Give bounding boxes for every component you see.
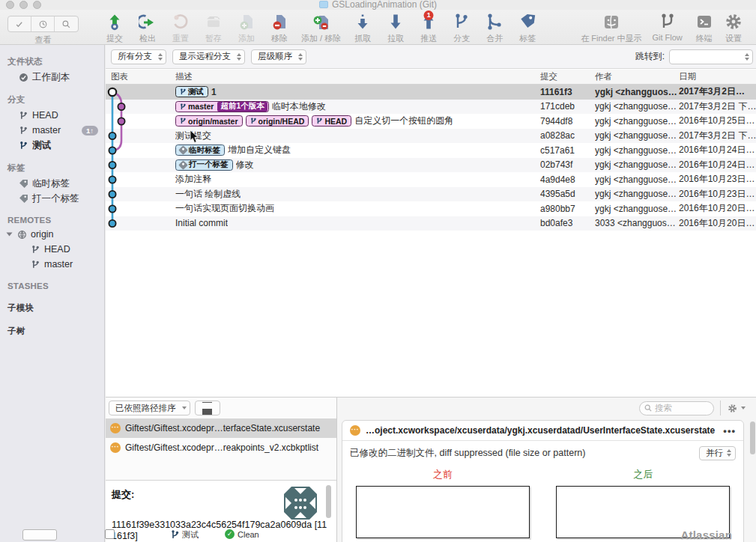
section-tags: 标签 [0,160,104,176]
section-remotes: REMOTES [0,213,104,227]
hamburger-icon [202,402,212,409]
sidebar-item-tag-make[interactable]: 打一个标签 [0,191,104,206]
add-remove-button[interactable]: 添加 / 移除 [301,12,341,44]
show-in-finder-button[interactable]: 在 Finder 中显示 [581,12,641,44]
file-sort-select[interactable]: 已依照路径排序 [109,401,190,415]
scrollbar-thumb[interactable] [750,421,755,454]
sidebar-item-origin-master[interactable]: master [0,257,104,272]
view-segmented-control: 查看 [7,16,79,46]
branch-icon [180,103,186,111]
check-icon: ✓ [225,529,235,539]
branch-label-pill[interactable]: 测试 [175,86,208,97]
remove-button[interactable]: 移除 [268,12,291,44]
stash-icon [205,13,223,31]
tag-button[interactable]: 标签 [516,12,539,44]
commit-row[interactable]: master超前1个版本 临时本地修改 171cdeb ygkj <zhangg… [106,100,756,115]
column-author[interactable]: 作者 [595,71,679,82]
commit-row[interactable]: 临时标签 增加自定义键盘 c517a61 ygkj <zhangguose… 2… [106,143,756,158]
branch-label-pill[interactable]: origin/master [175,115,243,127]
view-commit-toggle[interactable] [8,16,31,31]
jump-to-label: 跳转到: [635,50,665,63]
column-description[interactable]: 描述 [175,71,533,82]
sidebar-item-origin-head[interactable]: HEAD [0,242,104,257]
git-flow-button[interactable]: Git Flow [652,12,682,42]
section-submodules[interactable]: 子模块 [0,300,104,316]
sidebar-item-working-copy[interactable]: 工作副本 [0,70,104,85]
sidebar: 文件状态 工作副本 分支 HEAD master 1↑ 测试 标签 [0,45,105,542]
file-row[interactable]: ··· Giftest/Giftest.xcodepr…terfaceState… [106,418,336,438]
diff-pane: ··· …oject.xcworkspace/xcuserdata/ygkj.x… [338,398,756,542]
check-icon [15,19,25,29]
sidebar-item-head[interactable]: HEAD [0,108,104,123]
branch-icon [30,259,40,270]
commit-row[interactable]: 一句话实现页面切换动画 a980bb7 ygkj <zhangguose… 20… [106,201,756,216]
view-search-toggle[interactable] [55,16,78,31]
file-row[interactable]: ··· Giftest/Giftest.xcodepr…reakpoints_v… [106,438,336,457]
branch-label-pill[interactable]: master超前1个版本 [175,101,269,112]
pull-button[interactable]: 拉取 [384,12,407,44]
document-icon [319,1,328,8]
sidebar-item-tag-temp[interactable]: 临时标签 [0,176,104,191]
sidebar-item-origin[interactable]: origin [0,227,104,242]
commit-row[interactable]: Initial commit bd0afe3 3033 <zhangguos… … [106,216,756,231]
commit-row[interactable]: 测试 1 11161f3 ygkj <zhangguos… 2017年3月2日… [106,85,756,100]
branch-button[interactable]: 分支 [450,12,473,44]
commit-row[interactable]: origin/master origin/HEAD HEAD 自定义切一个按钮的… [106,114,756,129]
branch-label-pill[interactable]: origin/HEAD [246,115,309,127]
fetch-button[interactable]: 抓取 [351,12,374,44]
column-date[interactable]: 日期 [679,71,756,82]
sidebar-item-current-branch[interactable]: 测试 [0,138,104,153]
status-bar: 测试 ✓ Clean [0,527,756,542]
jump-to-combo[interactable] [669,49,753,64]
tag-icon [178,160,188,170]
diff-search-field[interactable] [639,401,714,415]
branch-icon [171,530,179,540]
diff-layout-select[interactable]: 并行 [699,446,736,460]
merge-button[interactable]: 合并 [483,12,506,44]
current-branch-indicator[interactable]: 测试 [171,529,199,541]
section-stashes[interactable]: STASHES [0,279,104,293]
settings-button[interactable]: 设置 [722,12,745,44]
atlassian-logo: Atlassian [681,529,733,541]
status-checkbox[interactable] [105,529,115,539]
branch-scope-select[interactable]: 所有分支 [111,49,166,64]
view-history-toggle[interactable] [31,16,55,31]
remote-branches-select[interactable]: 显示远程分支 [172,49,245,64]
tag-label-pill[interactable]: 打一个标签 [175,159,233,171]
scrollbar-thumb[interactable] [326,485,331,518]
diff-options-button[interactable] [720,401,746,415]
working-copy-icon [18,72,28,82]
commit-row[interactable]: 打一个标签 修改 02b743f ygkj <zhangguose… 2016年… [106,158,756,173]
after-label: 之后 [543,468,744,481]
commit-row[interactable]: 一句话 绘制虚线 4395a5d ygkj <zhangguose… 2016年… [106,187,756,202]
column-graph[interactable]: 图表 [106,71,175,82]
pull-icon [387,13,405,31]
order-select[interactable]: 层级顺序 [251,49,306,64]
section-subtrees[interactable]: 子树 [0,323,104,339]
search-icon [61,19,71,29]
column-commit[interactable]: 提交 [533,71,595,82]
branch-icon [180,88,186,96]
terminal-button[interactable]: 终端 [693,12,716,44]
view-label: 查看 [35,34,52,46]
commit-row[interactable]: 添加注释 4a9d4e8 ygkj <zhangguose… 2016年10月2… [106,172,756,187]
sourcetree-window: GSLoadingAnimation (Git) 查看 提交 检出 重置 暂存 … [0,0,756,542]
disclosure-triangle-icon[interactable] [7,233,13,237]
push-button[interactable]: 1推送 [417,12,440,44]
search-input[interactable] [655,404,707,412]
more-options-button[interactable]: ••• [723,425,736,436]
branch-label-pill[interactable]: HEAD [312,115,351,127]
list-view-button[interactable] [195,401,220,415]
checkout-button[interactable]: 检出 [136,12,159,44]
checkout-icon [139,13,157,31]
commit-button[interactable]: 提交 [103,12,126,44]
finder-icon [602,13,620,31]
sidebar-item-master[interactable]: master 1↑ [0,123,104,138]
tag-icon [518,13,536,31]
commit-row[interactable]: 测试提交 a0828ac ygkj <zhangguose… 2017年3月2日… [106,129,756,144]
add-remove-icon [312,13,330,31]
commit-list: 测试 1 11161f3 ygkj <zhangguos… 2017年3月2日…… [106,85,756,231]
tag-label-pill[interactable]: 临时标签 [175,144,225,156]
sidebar-toggle[interactable] [22,529,57,541]
file-list-pane: 已依照路径排序 ··· Giftest/Giftest.xcodepr…terf… [106,398,337,542]
